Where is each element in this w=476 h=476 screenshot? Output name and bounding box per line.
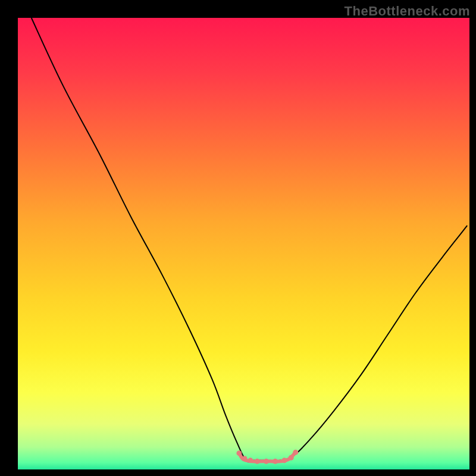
chart-container <box>0 0 476 476</box>
optimal-region-dot <box>236 450 242 456</box>
optimal-region-dot <box>255 459 260 464</box>
optimal-region-dot <box>264 459 269 464</box>
optimal-region-dot <box>273 459 278 464</box>
optimal-region-dot <box>289 455 294 461</box>
optimal-region-dot <box>293 450 298 455</box>
watermark-text: TheBottleneck.com <box>345 4 470 19</box>
bottleneck-chart <box>0 0 476 476</box>
optimal-region-dot <box>248 458 253 463</box>
optimal-region-dot <box>281 458 287 463</box>
chart-gradient-bg <box>18 18 469 469</box>
optimal-region-dot <box>242 456 248 461</box>
